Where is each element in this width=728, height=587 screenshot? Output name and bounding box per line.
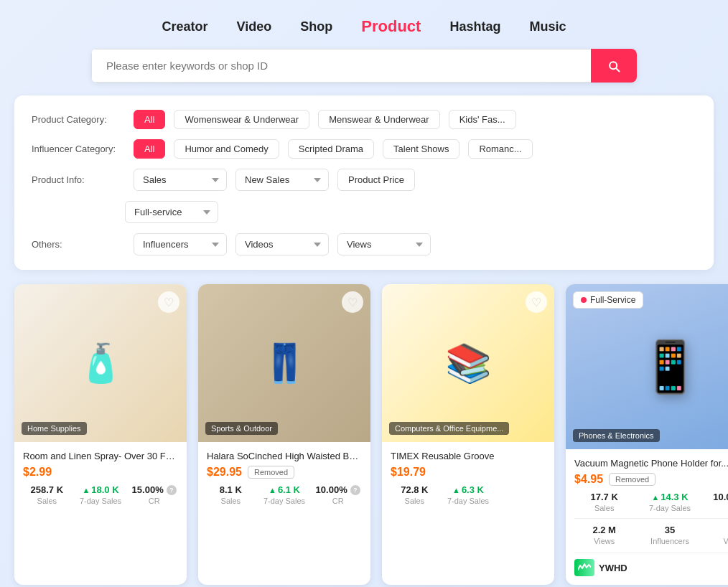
card-price-3: $19.79 (391, 466, 546, 479)
card-title-2: Halara SoCinched High Waisted Bu... (207, 451, 362, 461)
brand-name-4: YWHD (599, 563, 627, 573)
category-menswear[interactable]: Menswear & Underwear (318, 110, 439, 129)
influencer-label: Influencer Category: (32, 144, 125, 154)
card-price-4: $4.95 Removed (574, 473, 728, 486)
new-sales-select[interactable]: New Sales (235, 169, 329, 191)
removed-badge-2: Removed (248, 466, 294, 479)
full-service-select[interactable]: Full-service (125, 201, 218, 223)
card-body-2: Halara SoCinched High Waisted Bu... $29.… (198, 442, 370, 514)
card-image-3: 📚 Computers & Office Equipme... ♡ (382, 284, 554, 442)
card-title-1: Room and Linen Spray- Over 30 Fra... (23, 451, 178, 461)
category-badge-3: Computers & Office Equipme... (389, 422, 509, 435)
card-footer-4: YWHD ⊕ 4.2 (574, 553, 728, 576)
stat-sales-4: 17.7 K Sales (574, 492, 634, 512)
card-stats-4b: 2.2 M Views 35 Influencers 46 Videos (574, 525, 728, 545)
nav-product[interactable]: Product (361, 17, 421, 36)
removed-badge-4: Removed (609, 473, 655, 486)
others-filter-row: Others: Influencers Videos Views (32, 233, 696, 255)
card-image-2: 👖 Sports & Outdoor ♡ (198, 284, 370, 442)
stat-videos-4: 46 Videos (706, 525, 728, 545)
full-service-text: Full-Service (590, 295, 635, 305)
stat-influencers-4: 35 Influencers (640, 525, 699, 545)
nav-music[interactable]: Music (529, 19, 566, 34)
card-stats-2: 8.1 K Sales ▲6.1 K 7-day Sales 10.00%? C… (207, 484, 362, 505)
nav-hashtag[interactable]: Hashtag (449, 19, 500, 34)
card-body-3: TIMEX Reusable Groove $19.79 72.8 K Sale… (382, 442, 554, 514)
category-filter-row: Product Category: All Womenswear & Under… (32, 110, 696, 129)
card-stats-4a: 17.7 K Sales ▲14.3 K 7-day Sales 10.00%?… (574, 492, 728, 512)
stat-cr-2: 10.00%? CR (314, 484, 362, 505)
product-info-row: Product Info: Sales New Sales Product Pr… (32, 169, 696, 191)
stat-7day-3: ▲6.3 K 7-day Sales (444, 484, 493, 505)
nav-shop[interactable]: Shop (300, 19, 332, 34)
full-service-dot (581, 297, 587, 303)
stat-cr-4: 10.00%? CR (706, 492, 728, 512)
category-all[interactable]: All (134, 110, 165, 129)
filter-panel: Product Category: All Womenswear & Under… (14, 95, 714, 270)
brand-icon-4 (574, 559, 594, 576)
full-service-badge: Full-Service (573, 291, 643, 309)
influencer-scripted[interactable]: Scripted Drama (288, 139, 374, 159)
search-input[interactable] (91, 49, 591, 83)
product-price-button[interactable]: Product Price (337, 169, 415, 191)
wishlist-btn-3[interactable]: ♡ (526, 291, 547, 313)
stat-sales-2: 8.1 K Sales (207, 484, 255, 505)
nav-video[interactable]: Video (237, 19, 272, 34)
stat-cr-3 (498, 484, 546, 505)
card-stats-3: 72.8 K Sales ▲6.3 K 7-day Sales (391, 484, 546, 505)
influencer-all[interactable]: All (134, 139, 165, 159)
wishlist-btn-1[interactable]: ♡ (158, 291, 179, 313)
card-image-4: Full-Service 📱 Phones & Electronics ♥ (566, 284, 728, 449)
product-card-4[interactable]: Full-Service 📱 Phones & Electronics ♥ Va… (566, 284, 728, 585)
category-badge-2: Sports & Outdoor (205, 422, 278, 435)
card-title-3: TIMEX Reusable Groove (391, 451, 546, 461)
influencer-humor[interactable]: Humor and Comedy (174, 139, 279, 159)
brand-wave-icon (578, 563, 591, 573)
category-kids[interactable]: Kids' Fas... (449, 110, 516, 129)
influencer-romance[interactable]: Romanc... (468, 139, 532, 159)
influencer-talent[interactable]: Talent Shows (383, 139, 459, 159)
stat-views-4: 2.2 M Views (574, 525, 634, 545)
stat-cr-1: 15.00%? CR (130, 484, 178, 505)
card-stats-1: 258.7 K Sales ▲18.0 K 7-day Sales 15.00%… (23, 484, 178, 505)
category-badge-4: Phones & Electronics (573, 429, 660, 442)
card-body-4: Vacuum Magnetic Phone Holder for... $4.9… (566, 449, 728, 585)
card-image-1: 🧴 Home Supplies ♡ (14, 284, 187, 442)
sales-select[interactable]: Sales (134, 169, 227, 191)
category-womenswear[interactable]: Womenswear & Underwear (174, 110, 309, 129)
main-nav: Creator Video Shop Product Hashtag Music (0, 0, 728, 49)
videos-select[interactable]: Videos (235, 233, 329, 255)
stat-sales-1: 258.7 K Sales (23, 484, 71, 505)
stat-sales-3: 72.8 K Sales (391, 484, 439, 505)
influencers-select[interactable]: Influencers (134, 233, 227, 255)
stat-7day-1: ▲18.0 K 7-day Sales (77, 484, 125, 505)
stat-divider (574, 518, 728, 519)
brand-row-4: YWHD (574, 559, 627, 576)
views-select[interactable]: Views (337, 233, 431, 255)
search-bar (91, 49, 637, 83)
search-button[interactable] (591, 49, 637, 83)
product-grid: 🧴 Home Supplies ♡ Room and Linen Spray- … (0, 284, 728, 585)
product-card-3[interactable]: 📚 Computers & Office Equipme... ♡ TIMEX … (382, 284, 554, 585)
full-service-row: Full-service (32, 201, 696, 223)
nav-creator[interactable]: Creator (162, 19, 208, 34)
influencer-filter-row: Influencer Category: All Humor and Comed… (32, 139, 696, 159)
card-price-1: $2.99 (23, 466, 178, 479)
stat-7day-2: ▲6.1 K 7-day Sales (261, 484, 309, 505)
product-card-1[interactable]: 🧴 Home Supplies ♡ Room and Linen Spray- … (14, 284, 187, 585)
product-info-label: Product Info: (32, 174, 125, 185)
card-price-2: $29.95 Removed (207, 466, 362, 479)
product-card-2[interactable]: 👖 Sports & Outdoor ♡ Halara SoCinched Hi… (198, 284, 370, 585)
card-body-1: Room and Linen Spray- Over 30 Fra... $2.… (14, 442, 187, 514)
wishlist-btn-2[interactable]: ♡ (342, 291, 363, 313)
category-label: Product Category: (32, 114, 125, 125)
others-label: Others: (32, 239, 125, 250)
card-title-4: Vacuum Magnetic Phone Holder for... (574, 458, 728, 469)
stat-7day-4: ▲14.3 K 7-day Sales (640, 492, 699, 512)
category-badge-1: Home Supplies (22, 422, 87, 435)
search-icon (607, 59, 621, 73)
